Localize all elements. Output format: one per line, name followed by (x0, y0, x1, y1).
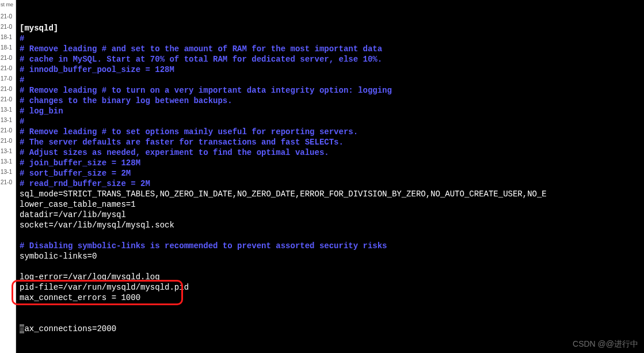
terminal-line: # (20, 33, 641, 44)
terminal-line: # cache in MySQL. Start at 70% of total … (20, 54, 641, 64)
terminal-line: datadir=/var/lib/mysql (20, 210, 641, 220)
terminal-editor[interactable]: [mysqld]## Remove leading # and set to t… (16, 0, 644, 353)
terminal-line: # Remove leading # to set options mainly… (20, 127, 641, 137)
terminal-line: # join_buffer_size = 128M (20, 158, 641, 168)
terminal-line: # (20, 116, 641, 127)
sidebar-row: 18-1 (0, 43, 16, 53)
terminal-line: symbolic-links=0 (20, 251, 641, 261)
terminal-line: # changes to the binary log between back… (20, 96, 641, 106)
cursor-line-rest: ax_connections=2000 (24, 324, 116, 333)
terminal-line: # innodb_buffer_pool_size = 128M (20, 64, 641, 75)
sidebar-row: 21-0 (0, 12, 16, 22)
sidebar-row: 21-0 (0, 94, 16, 105)
terminal-line: lower_case_table_names=1 (20, 199, 641, 210)
terminal-line: log-error=/var/log/mysqld.log (20, 272, 641, 282)
terminal-lines: [mysqld]## Remove leading # and set to t… (20, 23, 641, 303)
terminal-line: # Remove leading # and set to the amount… (20, 44, 641, 54)
terminal-line: max_connect_errors = 1000 (20, 293, 641, 303)
terminal-line: # The server defaults are faster for tra… (20, 137, 641, 147)
terminal-line (20, 230, 641, 241)
terminal-line: # log_bin (20, 106, 641, 116)
sidebar-row: 13-1 (0, 157, 16, 167)
sidebar-row: 21-0 (0, 84, 16, 94)
terminal-cursor-line: max_connections=2000 (20, 324, 641, 334)
terminal-line: socket=/var/lib/mysql/mysql.sock (20, 220, 641, 230)
terminal-line: # Adjust sizes as needed, experiment to … (20, 147, 641, 158)
sidebar-row: 21-0 (0, 22, 16, 32)
terminal-line: pid-file=/var/run/mysqld/mysqld.pid (20, 282, 641, 293)
watermark: CSDN @@进行中 (573, 339, 638, 350)
sidebar-row: 18-1 (0, 32, 16, 43)
sidebar-header: st me (0, 0, 16, 12)
sidebar-row: 21-0 (0, 136, 16, 146)
sidebar-rows: 21-021-018-118-121-021-017-021-021-013-1… (0, 12, 16, 188)
terminal-line (20, 261, 641, 272)
terminal-line: # Remove leading # to turn on a very imp… (20, 85, 641, 96)
terminal-line: # Disabling symbolic-links is recommende… (20, 241, 641, 251)
terminal-line: sql_mode=STRICT_TRANS_TABLES,NO_ZERO_IN_… (20, 189, 641, 199)
terminal-line: # sort_buffer_size = 2M (20, 168, 641, 179)
sidebar-row: 21-0 (0, 53, 16, 63)
sidebar-row: 13-1 (0, 105, 16, 115)
sidebar-row: 21-0 (0, 126, 16, 136)
terminal-line: # (20, 75, 641, 85)
sidebar-row: 13-1 (0, 167, 16, 177)
sidebar: st me 21-021-018-118-121-021-017-021-021… (0, 0, 16, 353)
app-root: st me 21-021-018-118-121-021-017-021-021… (0, 0, 644, 353)
terminal-line: # read_rnd_buffer_size = 2M (20, 179, 641, 189)
terminal-line: [mysqld] (20, 23, 641, 33)
sidebar-row: 17-0 (0, 74, 16, 84)
sidebar-row: 13-1 (0, 146, 16, 157)
sidebar-row: 21-0 (0, 63, 16, 74)
sidebar-row: 13-1 (0, 115, 16, 126)
sidebar-row: 21-0 (0, 177, 16, 188)
